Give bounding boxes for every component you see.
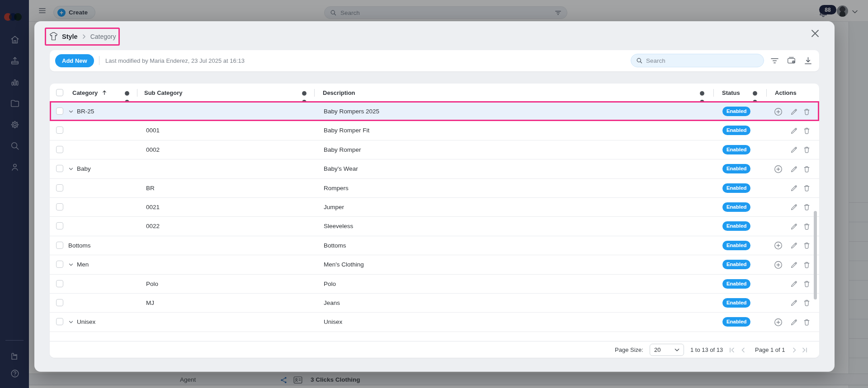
sub-category-cell: Polo	[146, 280, 158, 287]
delete-trash-icon[interactable]	[801, 240, 812, 251]
description-cell: Rompers	[324, 185, 349, 192]
table-row[interactable]: BR-25 Baby Rompers 2025 Enabled	[50, 102, 819, 121]
header-status[interactable]: Status	[722, 89, 740, 96]
table-row[interactable]: BR Rompers Enabled	[50, 179, 819, 198]
row-checkbox[interactable]	[56, 222, 63, 229]
chevron-down-icon	[675, 348, 679, 352]
chevron-down-icon[interactable]	[68, 108, 74, 115]
edit-pencil-icon[interactable]	[788, 164, 799, 174]
status-badge: Enabled	[722, 241, 750, 250]
column-divider	[314, 89, 315, 97]
row-checkbox[interactable]	[56, 146, 63, 153]
filter-icon[interactable]	[770, 56, 779, 65]
chevron-down-icon[interactable]	[68, 262, 74, 268]
delete-trash-icon[interactable]	[801, 106, 812, 117]
header-category[interactable]: Category	[72, 89, 98, 96]
row-checkbox[interactable]	[56, 299, 63, 306]
row-checkbox[interactable]	[56, 165, 63, 172]
edit-pencil-icon[interactable]	[788, 298, 799, 309]
chevron-down-icon[interactable]	[68, 319, 74, 325]
row-checkbox[interactable]	[56, 126, 63, 134]
description-cell: Baby Romper	[324, 146, 361, 153]
header-sub-category[interactable]: Sub Category	[144, 89, 183, 96]
add-sub-category-button[interactable]	[773, 259, 783, 270]
row-checkbox[interactable]	[56, 280, 63, 287]
edit-pencil-icon[interactable]	[788, 106, 799, 117]
edit-pencil-icon[interactable]	[788, 145, 799, 155]
table-row[interactable]: Polo Polo Enabled	[50, 275, 819, 294]
table-search[interactable]	[631, 54, 764, 67]
row-checkbox[interactable]	[56, 108, 63, 115]
add-new-button[interactable]: Add New	[55, 54, 94, 67]
delete-trash-icon[interactable]	[801, 279, 812, 290]
table-row[interactable]: Unisex Unisex Enabled	[50, 313, 819, 332]
breadcrumb-category[interactable]: Category	[90, 33, 116, 40]
row-checkbox[interactable]	[56, 318, 63, 325]
delete-trash-icon[interactable]	[801, 221, 812, 232]
delete-trash-icon[interactable]	[801, 164, 812, 174]
delete-trash-icon[interactable]	[801, 145, 812, 155]
edit-pencil-icon[interactable]	[788, 259, 799, 270]
status-badge: Enabled	[722, 317, 750, 327]
edit-pencil-icon[interactable]	[788, 279, 799, 290]
add-sub-category-button[interactable]	[773, 106, 783, 117]
card-view-icon[interactable]	[787, 56, 796, 65]
row-checkbox[interactable]	[56, 203, 63, 210]
delete-trash-icon[interactable]	[801, 183, 812, 194]
chevron-down-icon[interactable]	[68, 166, 74, 172]
breadcrumb-style[interactable]: Style	[62, 33, 78, 40]
next-page-icon[interactable]	[790, 346, 798, 354]
edit-pencil-icon[interactable]	[788, 183, 799, 194]
table-search-input[interactable]	[646, 57, 759, 64]
edit-pencil-icon[interactable]	[788, 221, 799, 232]
row-checkbox[interactable]	[56, 242, 63, 249]
description-cell: Jumper	[324, 204, 344, 210]
delete-trash-icon[interactable]	[801, 125, 812, 136]
column-menu-icon[interactable]	[699, 89, 705, 97]
download-icon[interactable]	[804, 56, 812, 65]
page-size-select[interactable]: 20	[650, 344, 684, 356]
page-text: Page 1 of 1	[755, 346, 785, 353]
category-table: Category Sub Category Description	[50, 84, 819, 358]
last-modified-text: Last modified by Maria Enderez, 23 Jul 2…	[105, 57, 245, 64]
table-row[interactable]: Bottoms Bottoms Enabled	[50, 236, 819, 255]
edit-pencil-icon[interactable]	[788, 125, 799, 136]
select-all-checkbox[interactable]	[56, 89, 63, 96]
tshirt-icon	[49, 32, 58, 41]
add-sub-category-button[interactable]	[773, 164, 783, 174]
add-sub-category-button[interactable]	[773, 317, 783, 327]
close-icon[interactable]	[810, 28, 820, 38]
scrollbar-thumb[interactable]	[814, 211, 817, 299]
column-menu-icon[interactable]	[301, 89, 307, 97]
table-row[interactable]: MJ Jeans Enabled	[50, 294, 819, 313]
column-menu-icon[interactable]	[124, 89, 130, 97]
edit-pencil-icon[interactable]	[788, 202, 799, 213]
column-menu-icon[interactable]	[752, 89, 758, 97]
table-row[interactable]: Men Men's Clothing Enabled	[50, 255, 819, 274]
breadcrumb: Style Category	[45, 28, 120, 46]
table-row[interactable]: 0022 Sleeveless Enabled	[50, 217, 819, 236]
first-page-icon[interactable]	[728, 346, 736, 354]
last-page-icon[interactable]	[801, 346, 809, 354]
category-cell: Unisex	[77, 318, 95, 325]
prev-page-icon[interactable]	[739, 346, 747, 354]
description-cell: Bottoms	[324, 242, 346, 249]
sub-category-cell: 0001	[146, 127, 160, 134]
header-description[interactable]: Description	[323, 89, 355, 96]
delete-trash-icon[interactable]	[801, 317, 812, 327]
sort-ascending-icon[interactable]	[101, 89, 108, 96]
delete-trash-icon[interactable]	[801, 202, 812, 213]
row-checkbox[interactable]	[56, 184, 63, 192]
table-row[interactable]: 0021 Jumper Enabled	[50, 198, 819, 217]
table-row[interactable]: Baby Baby's Wear Enabled	[50, 159, 819, 178]
edit-pencil-icon[interactable]	[788, 240, 799, 251]
add-sub-category-button[interactable]	[773, 240, 783, 251]
delete-trash-icon[interactable]	[801, 298, 812, 309]
row-checkbox[interactable]	[56, 261, 63, 268]
table-footer: Page Size: 20 1 to 13 of 13 Page 1 of 1	[50, 341, 819, 358]
sub-category-cell: 0002	[146, 146, 160, 153]
table-row[interactable]: 0002 Baby Romper Enabled	[50, 140, 819, 159]
edit-pencil-icon[interactable]	[788, 317, 799, 327]
delete-trash-icon[interactable]	[801, 259, 812, 270]
table-row[interactable]: 0001 Baby Romper Fit Enabled	[50, 121, 819, 140]
